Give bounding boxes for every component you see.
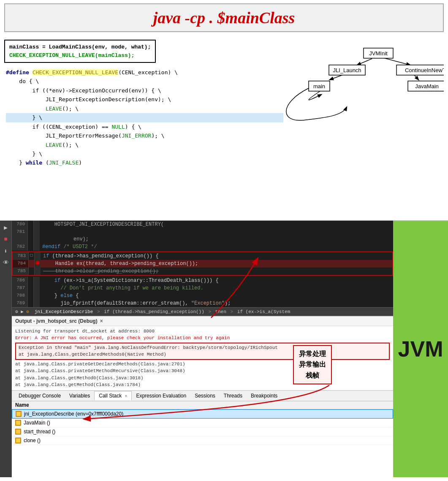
node-javamain: JavaMain [415,83,439,89]
code-if2: if ((CENL_exception) == NULL) { \ [6,122,283,131]
annotation-line1: 异常处理 [299,349,326,359]
node-continuenewthread: ContinueInNewThread [405,67,444,73]
callstack-item-2[interactable]: start_thread () [12,427,393,436]
cs-label-3: clone () [24,438,41,443]
annotation-line2: 异常输出 [299,359,326,370]
callstack-panel: Name jni_ExceptionDescribe (env=0x7ffff0… [12,401,393,477]
node-jlilaunch: JLI_Launch [333,67,361,73]
tab-sessions[interactable]: Sessions [190,392,220,400]
ide-code-area: 780 HOTSPOT_JNI_EXCEPTIONDESCRIBE_ENTRY(… [12,221,393,308]
code-callout: mainClass = LoadMainClass(env, mode, wha… [4,40,156,63]
sidebar-stop-btn[interactable]: ■ [2,235,10,243]
annotation-box: 异常处理 异常输出 栈帧 [293,345,332,384]
bottom-section: ▶ ■ ⬇ 👁 780 HOTSPOT_JNI_EXCEPTIONDESCRIB… [0,220,448,477]
jvm-label: JVM [398,336,443,362]
sidebar-run-btn[interactable]: ▶ [2,223,10,232]
callstack-item-3[interactable]: clone () [12,436,393,445]
output-line-2: Error: A JNI error has occurred, please … [15,335,390,342]
output-exception-box: Exception in thread "main" java.lang.NoC… [15,343,390,360]
code-line-786: 786 if (ex->is_a(SystemDictionary::Threa… [12,277,393,284]
code-report2: JLI_ReportErrorMessage(JNI_ERROR); \ [6,131,283,140]
cs-icon-1 [15,420,21,426]
code-line-788: 788 } else { [12,292,393,300]
tab-debugger-console[interactable]: Debugger Console [14,392,65,400]
cs-icon-0 [16,411,22,417]
ide-breadcrumb: ⚙ ▶ ⊙ jni_ExceptionDescribe > if (thread… [12,308,393,316]
code-line-783: 783 □ if (thread->has_pending_exception(… [13,252,392,260]
sidebar-watch-btn[interactable]: 👁 [2,259,10,267]
bc-if-pend: if (thread->has_pending_exception()) [104,309,204,314]
page-title: java -cp . $mainClass [153,9,295,27]
code-panel: mainClass = LoadMainClass(env, mode, wha… [4,40,283,217]
node-main: main [313,83,325,89]
ide-main: ▶ ■ ⬇ 👁 780 HOTSPOT_JNI_EXCEPTIONDESCRIB… [0,221,393,477]
bc-jni: ⊙ [26,309,29,314]
upper-section: mainClass = LoadMainClass(env, mode, wha… [0,35,448,217]
bc-if-ex: if (ex->is_a(System [237,309,290,314]
code-close1: } \ [6,113,283,122]
code-line-781b: env); [12,235,393,243]
code-leave1: LEAVE(); \ [6,104,283,113]
tab-expression-eval[interactable]: Expression Evaluation [132,392,190,400]
ide-sidebar: ▶ ■ ⬇ 👁 [0,221,12,477]
bc-arrow-icon: ▶ [21,309,26,314]
jvm-panel: JVM [393,221,448,477]
bc-jni-desc: jni_ExceptionDescribe [35,309,93,314]
debugger-tab-bar: Debugger Console Variables Call Stack × … [12,390,393,401]
code-if1: if ((*env)->ExceptionOccurred(env)) { \ [6,86,283,95]
code-do: do { \ [6,77,283,86]
output-line-1: Listening for transport dt_socket at add… [15,328,390,335]
tab-breakpoints[interactable]: Breakpoints [247,392,282,400]
output-title: Output - jvm_hotspot_src (Debug) × [12,316,393,326]
flow-diagram: JVMInit JLI_Launch ContinueInNewThread m… [283,40,444,217]
code-close2: } \ [6,149,283,158]
output-close-btn[interactable]: × [100,318,103,324]
bc-gear-icon: ⚙ [15,309,21,314]
code-line-781: 781 [12,228,393,235]
callstack-item-1[interactable]: JavaMain () [12,419,393,427]
svg-line-1 [357,59,372,65]
cs-label-1: JavaMain () [24,420,50,426]
bc-then: then [215,309,226,314]
code-line-780: 780 HOTSPOT_JNI_EXCEPTIONDESCRIBE_ENTRY( [12,221,393,228]
cs-label-2: start_thread () [24,429,55,435]
output-panel: Output - jvm_hotspot_src (Debug) × Liste… [12,316,393,390]
tab-call-stack-close[interactable]: × [125,394,128,398]
code-line-789: 789 jio_fprintf(defaultStream::error_str… [12,300,393,307]
upper-code-block: #define CHECK_EXCEPTION_NULL_LEAVE(CENL_… [4,68,283,168]
flow-svg: JVMInit JLI_Launch ContinueInNewThread m… [283,40,444,166]
node-jvminit: JVMInit [369,50,388,57]
output-stack-4: at java.lang.Class.getMethod0(Class.java… [15,375,390,382]
ide-red-box-group: 783 □ if (thread->has_pending_exception(… [12,251,393,276]
ide-content: 780 HOTSPOT_JNI_EXCEPTIONDESCRIBE_ENTRY(… [12,221,393,477]
output-stack-5: at java.lang.Class.getMethod(Class.java:… [15,381,390,389]
output-stack-2: at java.lang.Class.privateGetDeclaredMet… [15,361,390,368]
tab-variables[interactable]: Variables [65,392,94,400]
code-line-782: 782 #endif /* USDT2 */ [12,243,393,251]
callout-line2: CHECK_EXCEPTION_NULL_LEAVE(mainClass); [9,51,151,60]
ide-panel: ▶ ■ ⬇ 👁 780 HOTSPOT_JNI_EXCEPTIONDESCRIB… [0,221,393,477]
callout-line1: mainClass = LoadMainClass(env, mode, wha… [9,43,151,51]
define-line: #define CHECK_EXCEPTION_NULL_LEAVE(CENL_… [6,68,283,77]
sidebar-step-btn[interactable]: ⬇ [2,247,10,255]
output-content: Listening for transport dt_socket at add… [12,326,393,390]
code-leave2: LEAVE(); \ [6,141,283,149]
code-line-784: 784 Handle ex(thread, thread->pending_ex… [13,260,392,268]
annotation-line3: 栈帧 [299,370,326,381]
callstack-header: Name [12,401,393,409]
cs-icon-2 [15,429,21,435]
output-stack-3: at java.lang.Class.privateGetMethodRecur… [15,368,390,375]
code-line-785: 785 thread->clear_pending_exception(); [13,268,392,275]
cs-label-0: jni_ExceptionDescribe (env=0x7ffff000da2… [24,411,123,417]
code-line-787: 787 // Don't print anything if we are be… [12,284,393,292]
callstack-item-0[interactable]: jni_ExceptionDescribe (env=0x7ffff000da2… [12,409,393,419]
tab-threads[interactable]: Threads [220,392,247,400]
cs-icon-3 [15,438,21,443]
header-banner: java -cp . $mainClass [4,3,444,32]
code-report1: JLI_ReportExceptionDescription(env); \ [6,95,283,104]
code-while: } while (JNI_FALSE) [6,158,283,167]
tab-call-stack[interactable]: Call Stack × [94,391,132,400]
